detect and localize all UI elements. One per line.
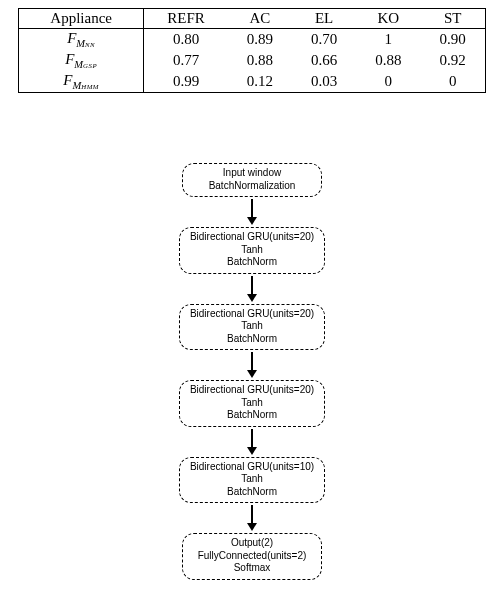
row-label-hmm: FMHMM bbox=[19, 71, 144, 93]
table-row: FMGSP 0.77 0.88 0.66 0.88 0.92 bbox=[19, 50, 486, 71]
col-hdr-ko: KO bbox=[356, 9, 420, 29]
node-line: Tanh bbox=[190, 244, 314, 257]
node-line: BatchNorm bbox=[190, 256, 314, 269]
node-line: Tanh bbox=[190, 320, 314, 333]
cell: 0 bbox=[420, 71, 485, 93]
diagram-node-gru20-1: Bidirectional GRU(units=20) Tanh BatchNo… bbox=[179, 227, 325, 274]
col-hdr-st: ST bbox=[420, 9, 485, 29]
diagram-node-gru10: Bidirectional GRU(units=10) Tanh BatchNo… bbox=[179, 457, 325, 504]
arrow-down-icon bbox=[247, 505, 257, 531]
node-line: BatchNorm bbox=[190, 333, 314, 346]
table-row: FMHMM 0.99 0.12 0.03 0 0 bbox=[19, 71, 486, 93]
diagram-node-input: Input window BatchNormalization bbox=[182, 163, 322, 197]
table-header-row: Appliance REFR AC EL KO ST bbox=[19, 9, 486, 29]
scores-table: Appliance REFR AC EL KO ST FMNN 0.80 0.8… bbox=[18, 8, 486, 93]
node-line: Bidirectional GRU(units=20) bbox=[190, 231, 314, 244]
node-line: BatchNormalization bbox=[193, 180, 311, 193]
diagram-node-gru20-2: Bidirectional GRU(units=20) Tanh BatchNo… bbox=[179, 304, 325, 351]
cell: 0.03 bbox=[292, 71, 356, 93]
cell: 0.99 bbox=[144, 71, 228, 93]
cell: 0 bbox=[356, 71, 420, 93]
cell: 0.88 bbox=[228, 50, 292, 71]
arrow-down-icon bbox=[247, 276, 257, 302]
cell: 0.90 bbox=[420, 29, 485, 51]
arrow-down-icon bbox=[247, 429, 257, 455]
node-line: Tanh bbox=[190, 397, 314, 410]
node-line: Bidirectional GRU(units=20) bbox=[190, 384, 314, 397]
cell: 0.70 bbox=[292, 29, 356, 51]
cell: 0.89 bbox=[228, 29, 292, 51]
node-line: BatchNorm bbox=[190, 486, 314, 499]
cell: 0.77 bbox=[144, 50, 228, 71]
table-row: FMNN 0.80 0.89 0.70 1 0.90 bbox=[19, 29, 486, 51]
node-line: FullyConnected(units=2) bbox=[193, 550, 311, 563]
col-hdr-el: EL bbox=[292, 9, 356, 29]
node-line: Softmax bbox=[193, 562, 311, 575]
col-hdr-refr: REFR bbox=[144, 9, 228, 29]
cell: 1 bbox=[356, 29, 420, 51]
diagram-node-gru20-3: Bidirectional GRU(units=20) Tanh BatchNo… bbox=[179, 380, 325, 427]
row-label-nn: FMNN bbox=[19, 29, 144, 51]
cell: 0.80 bbox=[144, 29, 228, 51]
row-label-gsp: FMGSP bbox=[19, 50, 144, 71]
cell: 0.92 bbox=[420, 50, 485, 71]
diagram-node-output: Output(2) FullyConnected(units=2) Softma… bbox=[182, 533, 322, 580]
cell: 0.12 bbox=[228, 71, 292, 93]
arrow-down-icon bbox=[247, 199, 257, 225]
col-hdr-appliance: Appliance bbox=[19, 9, 144, 29]
col-hdr-ac: AC bbox=[228, 9, 292, 29]
node-line: BatchNorm bbox=[190, 409, 314, 422]
node-line: Bidirectional GRU(units=20) bbox=[190, 308, 314, 321]
node-line: Tanh bbox=[190, 473, 314, 486]
node-line: Bidirectional GRU(units=10) bbox=[190, 461, 314, 474]
node-line: Input window bbox=[193, 167, 311, 180]
architecture-diagram: Input window BatchNormalization Bidirect… bbox=[18, 163, 486, 580]
arrow-down-icon bbox=[247, 352, 257, 378]
cell: 0.88 bbox=[356, 50, 420, 71]
node-line: Output(2) bbox=[193, 537, 311, 550]
cell: 0.66 bbox=[292, 50, 356, 71]
